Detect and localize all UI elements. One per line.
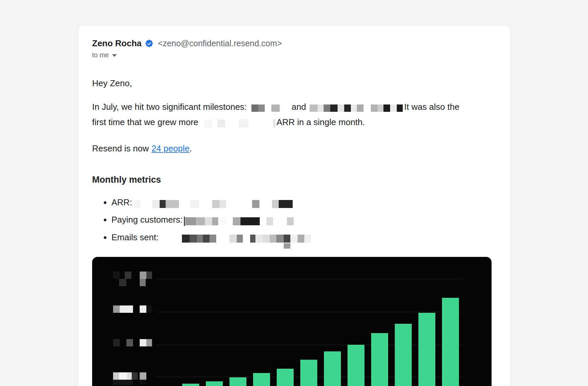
redaction-block — [276, 235, 284, 243]
redacted-axis-label-block — [113, 339, 120, 346]
redaction-block — [212, 217, 218, 225]
chart-bar — [182, 384, 199, 386]
team-size-period: . — [190, 143, 192, 153]
paragraph-text: In July, we hit two significant mileston… — [92, 102, 247, 112]
redacted-axis-label-block — [146, 339, 152, 346]
redacted-axis-label-block — [146, 272, 152, 279]
sender-name: Zeno Rocha — [92, 39, 142, 48]
redaction-block — [212, 200, 220, 208]
redacted-axis-label-block — [125, 272, 131, 279]
redaction-block — [258, 104, 265, 112]
redaction-block — [160, 200, 166, 208]
redaction-block — [203, 235, 210, 243]
redacted-axis-label-block — [113, 380, 133, 385]
redaction-block — [272, 200, 279, 208]
metrics-list: ARR: Paying customers: Emails sent: — [92, 194, 497, 246]
metric-label: Emails sent: — [111, 232, 159, 242]
recipient-label: to me — [92, 51, 109, 59]
metric-item-arr: ARR: — [111, 194, 497, 211]
chart-bar — [324, 351, 341, 386]
paragraph-text: first time that we grew more — [92, 117, 198, 127]
chart-bar — [206, 381, 223, 386]
redaction-block — [184, 217, 185, 226]
redaction-block — [284, 243, 290, 249]
chart-gridline — [155, 279, 463, 279]
chart-bar — [277, 369, 294, 386]
chart-bar — [395, 324, 412, 386]
chart-bar — [348, 345, 365, 386]
redaction-block — [383, 104, 390, 112]
redacted-axis-label-block — [113, 372, 119, 380]
redacted-axis-label-block — [146, 305, 152, 313]
chart-bar — [300, 360, 317, 386]
redaction-block — [390, 104, 397, 112]
redaction-block — [318, 104, 324, 112]
redacted-axis-label-block — [132, 372, 138, 380]
recipient-row[interactable]: to me — [92, 51, 497, 59]
redacted-axis-label-block — [119, 372, 127, 380]
chevron-down-icon[interactable] — [112, 54, 117, 57]
redaction-block — [191, 200, 199, 208]
redacted-axis-label-block — [126, 339, 133, 346]
chart-bar — [371, 333, 388, 386]
redaction-block — [271, 104, 280, 112]
redaction-block — [218, 119, 225, 127]
email-card: Zeno Rocha <zeno@confidential.resend.com… — [78, 26, 511, 386]
redaction-block — [250, 235, 255, 243]
chart-bar — [418, 313, 435, 386]
redaction-block — [290, 235, 298, 243]
redaction-block — [204, 119, 212, 127]
chart-bar — [442, 298, 459, 386]
redaction-block — [237, 235, 243, 243]
redaction-block — [252, 200, 259, 208]
redacted-axis-label-block — [140, 380, 146, 384]
redaction-block — [324, 104, 330, 112]
redacted-axis-label-block — [140, 372, 146, 380]
metric-label: ARR: — [111, 197, 132, 207]
team-size-text: Resend is now — [92, 143, 149, 153]
redacted-axis-label-block — [127, 372, 132, 380]
redaction-block — [344, 104, 351, 112]
team-size-line: Resend is now24 people. — [92, 143, 497, 154]
redaction-block — [197, 235, 203, 243]
redaction-block — [229, 235, 237, 243]
redaction-block — [351, 104, 357, 112]
chart-bar — [229, 377, 246, 386]
redaction-block — [185, 217, 196, 225]
redaction-block — [210, 235, 216, 243]
redaction-block — [330, 104, 338, 112]
team-size-link[interactable]: 24 people — [152, 143, 190, 153]
redaction-block — [263, 235, 270, 243]
redacted-axis-label-block — [140, 279, 146, 286]
verified-badge-icon — [145, 39, 153, 48]
redaction-block — [279, 200, 293, 208]
redaction-block — [397, 104, 403, 112]
redacted-axis-label-block — [119, 279, 126, 286]
redaction-block — [298, 235, 304, 243]
chart-gridline — [155, 312, 463, 312]
redaction-block — [218, 217, 226, 225]
redaction-block — [304, 235, 311, 243]
redaction-block — [284, 235, 290, 243]
redaction-block — [377, 104, 383, 112]
redaction-block — [310, 104, 318, 112]
redacted-axis-label-block — [113, 305, 120, 313]
chart-gridline — [155, 345, 463, 345]
redacted-text — [310, 100, 403, 115]
redaction-block — [152, 200, 160, 208]
paragraph-line-2: first time that we grew moreARR in a sin… — [92, 115, 497, 130]
paragraph-line-1: In July, we hit two significant mileston… — [92, 99, 497, 115]
redacted-axis-label-block — [140, 272, 146, 279]
redacted-value — [182, 232, 311, 244]
redaction-block — [196, 217, 205, 225]
paragraph-text: and — [292, 102, 306, 112]
chart-panel — [92, 257, 492, 386]
redacted-axis-label-block — [120, 305, 133, 313]
redaction-block — [255, 235, 263, 243]
redaction-block — [239, 119, 248, 127]
redacted-text — [204, 115, 275, 130]
redaction-block — [220, 200, 226, 208]
metric-item-paying-customers: Paying customers: — [111, 211, 497, 229]
paragraph-text: It was also the — [404, 102, 459, 112]
redaction-block — [190, 235, 197, 243]
